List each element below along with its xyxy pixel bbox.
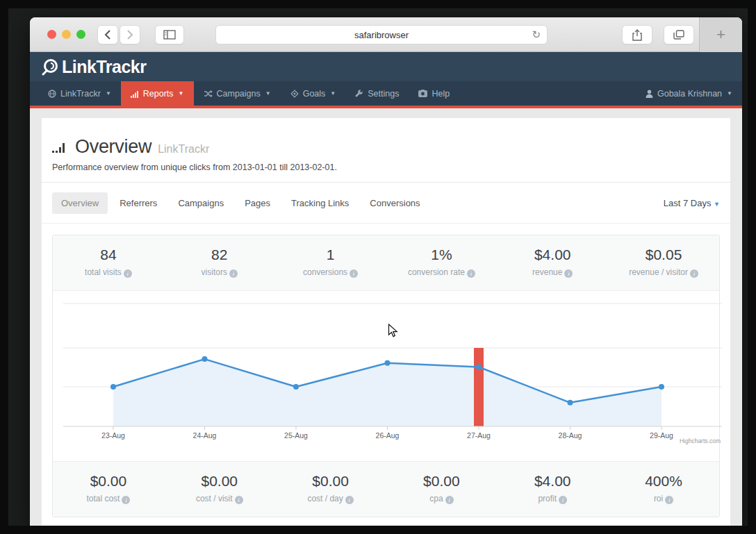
sidebar-toggle-button[interactable] xyxy=(155,25,184,44)
traffic-lights xyxy=(47,30,85,39)
svg-text:27-Aug: 27-Aug xyxy=(467,431,491,440)
wrench-icon xyxy=(355,90,363,98)
minimize-window-button[interactable] xyxy=(62,30,71,39)
share-icon xyxy=(632,29,642,41)
stat-value: $0.00 xyxy=(53,473,164,490)
info-icon[interactable]: i xyxy=(235,496,243,504)
nav-label: Reports xyxy=(143,89,174,99)
highcharts-credits: Highcharts.com xyxy=(680,437,721,444)
address-bar[interactable]: safaribrowser ↻ xyxy=(215,25,548,44)
browser-toolbar: safaribrowser ↻ + xyxy=(30,17,742,52)
stat-label: cost / visit xyxy=(196,494,233,503)
stats-row-top: 84 total visitsi 82 visitorsi 1 conversi… xyxy=(53,235,719,291)
info-icon[interactable]: i xyxy=(445,496,454,504)
nav-label: Campaigns xyxy=(217,89,261,99)
date-range-dropdown[interactable]: Last 7 Days ▼ xyxy=(664,198,720,208)
nav-item-linktrackr[interactable]: LinkTrackr ▼ xyxy=(38,81,121,106)
stat-value: $0.00 xyxy=(275,473,386,490)
info-icon[interactable]: i xyxy=(467,269,475,278)
stat-value: $0.00 xyxy=(164,473,275,490)
stat-label: total visits xyxy=(85,267,122,277)
app-header: LinkTrackr xyxy=(30,52,742,81)
svg-text:25-Aug: 25-Aug xyxy=(284,431,308,440)
svg-text:28-Aug: 28-Aug xyxy=(559,431,582,440)
stat-value: 1 xyxy=(275,247,386,263)
goal-icon xyxy=(290,90,299,98)
nav-item-help[interactable]: Help xyxy=(409,81,459,106)
caret-down-icon: ▼ xyxy=(727,90,732,97)
share-button[interactable] xyxy=(622,25,652,44)
stat-value: 84 xyxy=(53,247,164,263)
nav-item-goals[interactable]: Goals ▼ xyxy=(281,81,346,106)
camera-icon xyxy=(418,90,427,97)
report-bars-icon xyxy=(52,141,69,153)
tab-campaigns[interactable]: Campaigns xyxy=(169,192,233,214)
page-title: Overview xyxy=(75,136,151,158)
highcharts-area-chart[interactable]: 23-Aug24-Aug25-Aug26-Aug27-Aug28-Aug29-A… xyxy=(63,294,722,446)
tab-conversions[interactable]: Conversions xyxy=(361,192,429,214)
info-icon[interactable]: i xyxy=(690,269,698,278)
page-title-suffix: LinkTrackr xyxy=(158,143,209,156)
address-text: safaribrowser xyxy=(354,30,409,40)
stat-cpa: $0.00 cpai xyxy=(386,462,497,517)
stat-label: revenue xyxy=(532,267,562,277)
show-tabs-button[interactable] xyxy=(664,25,694,44)
stat-label: cpa xyxy=(429,494,443,503)
nav-item-settings[interactable]: Settings xyxy=(345,81,409,106)
nav-user-menu[interactable]: Gobala Krishnan ▼ xyxy=(646,81,732,106)
main-nav: LinkTrackr ▼ Reports ▼ Campaigns ▼ Goals… xyxy=(30,81,742,108)
stat-total-visits: 84 total visitsi xyxy=(53,235,164,290)
stat-label: cost / day xyxy=(307,494,343,503)
stat-visitors: 82 visitorsi xyxy=(164,235,275,290)
tab-tracking-links[interactable]: Tracking Links xyxy=(282,192,358,214)
tabs-overview-icon xyxy=(673,30,684,40)
reload-icon[interactable]: ↻ xyxy=(532,28,541,41)
caret-down-icon: ▼ xyxy=(265,90,271,97)
stat-cost-per-visit: $0.00 cost / visiti xyxy=(164,462,275,517)
info-icon[interactable]: i xyxy=(665,496,673,504)
content-card: Overview LinkTrackr Performance overview… xyxy=(42,118,730,526)
info-icon[interactable]: i xyxy=(122,496,130,504)
forward-button[interactable] xyxy=(120,25,140,44)
svg-text:26-Aug: 26-Aug xyxy=(376,431,400,440)
zoom-window-button[interactable] xyxy=(76,30,85,39)
tab-overview[interactable]: Overview xyxy=(52,192,108,214)
svg-text:29-Aug: 29-Aug xyxy=(650,431,673,440)
nav-item-reports[interactable]: Reports ▼ xyxy=(121,81,194,106)
title-block: Overview LinkTrackr Performance overview… xyxy=(42,118,730,183)
stat-label: conversions xyxy=(303,267,347,277)
stat-roi: 400% roii xyxy=(608,462,719,517)
plus-icon: + xyxy=(716,26,725,44)
info-icon[interactable]: i xyxy=(559,496,567,504)
new-tab-button[interactable]: + xyxy=(699,17,742,52)
tab-pages[interactable]: Pages xyxy=(236,192,279,214)
info-icon[interactable]: i xyxy=(350,269,358,278)
nav-label: Help xyxy=(432,89,450,99)
linktrackr-logo[interactable]: LinkTrackr xyxy=(41,57,146,77)
close-window-button[interactable] xyxy=(47,30,56,39)
back-button[interactable] xyxy=(97,25,118,44)
safari-window: safaribrowser ↻ + LinkTrackr LinkTrackr … xyxy=(30,17,742,526)
chevron-left-icon xyxy=(104,30,111,40)
svg-text:23-Aug: 23-Aug xyxy=(101,431,125,440)
info-icon[interactable]: i xyxy=(345,496,354,504)
info-icon[interactable]: i xyxy=(124,269,132,278)
stat-value: $0.00 xyxy=(386,473,497,490)
nav-item-campaigns[interactable]: Campaigns ▼ xyxy=(194,81,281,106)
info-icon[interactable]: i xyxy=(229,269,238,278)
linktrackr-logo-icon xyxy=(41,58,59,76)
stat-revenue: $4.00 revenuei xyxy=(497,235,608,290)
stat-revenue-per-visitor: $0.05 revenue / visitori xyxy=(608,235,719,290)
nav-label: LinkTrackr xyxy=(60,89,101,99)
stat-value: 82 xyxy=(164,247,275,263)
caret-down-icon: ▼ xyxy=(106,90,111,97)
nav-label: Goals xyxy=(303,89,326,99)
tab-referrers[interactable]: Referrers xyxy=(110,192,166,214)
info-icon[interactable]: i xyxy=(564,269,573,278)
caret-down-icon: ▼ xyxy=(330,90,336,97)
stat-label: revenue / visitor xyxy=(629,267,688,277)
stat-label: profit xyxy=(538,494,557,503)
user-name: Gobala Krishnan xyxy=(657,89,722,99)
sidebar-icon xyxy=(163,30,176,40)
chevron-right-icon xyxy=(126,30,133,40)
